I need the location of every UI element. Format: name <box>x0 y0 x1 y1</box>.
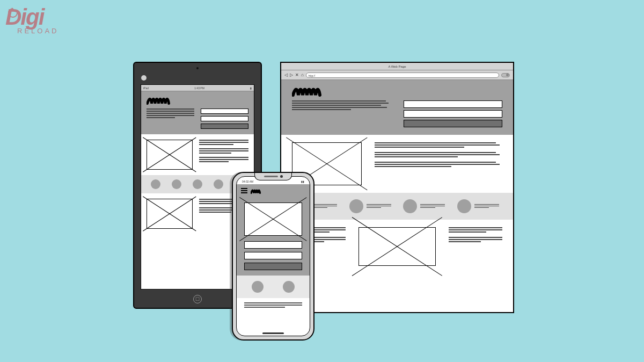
signal-icon: ▮▮ <box>301 180 304 183</box>
avatar-icon <box>252 281 264 293</box>
media-section <box>141 134 254 175</box>
svg-point-0 <box>141 75 147 81</box>
forward-icon[interactable]: ▷ <box>290 73 293 77</box>
avatar-icon <box>151 179 160 189</box>
brand-logo: Digi RELOAD <box>5 4 58 35</box>
avatar-icon <box>193 179 202 189</box>
avatar-icon <box>283 281 295 293</box>
phone-screen: 04:02 AM ▮▮ <box>236 176 310 336</box>
app-topbar <box>237 184 310 198</box>
avatar-item <box>403 199 445 213</box>
image-placeholder <box>147 199 193 229</box>
text-field[interactable] <box>201 108 248 114</box>
image-placeholder <box>244 202 302 236</box>
avatar-strip <box>237 276 310 298</box>
brand-subtitle: RELOAD <box>17 27 58 35</box>
home-button[interactable]: ☐ <box>193 295 202 303</box>
phone-lower-section <box>237 298 310 313</box>
text-field[interactable] <box>201 116 248 121</box>
text-field[interactable] <box>404 110 502 118</box>
avatar-item <box>193 179 202 189</box>
submit-button[interactable] <box>244 263 302 270</box>
text-field[interactable] <box>244 252 302 259</box>
battery-icon: ▮ <box>250 86 252 90</box>
hero-form <box>404 100 502 127</box>
home-indicator[interactable] <box>262 332 284 334</box>
avatar-icon <box>403 199 417 213</box>
avatar-item <box>172 179 181 189</box>
image-placeholder <box>358 227 436 266</box>
avatar-strip <box>281 193 513 220</box>
close-icon[interactable]: ✕ <box>295 73 299 77</box>
toggle-switch[interactable] <box>501 73 510 77</box>
body-text-placeholder <box>199 140 248 170</box>
avatar-item <box>457 199 499 213</box>
browser-window-mockup: A Web Page ◁ ▷ ✕ ⌂ http:// <box>280 62 514 313</box>
avatar-icon <box>172 179 181 189</box>
reload-icon <box>6 6 19 19</box>
logo-scribble-icon <box>147 96 248 105</box>
logo-scribble-icon <box>292 85 502 97</box>
clock-label: 1:43 PM <box>194 86 204 90</box>
url-input[interactable]: http:// <box>306 73 499 78</box>
avatar-icon <box>349 199 363 213</box>
phone-notch <box>254 173 292 180</box>
back-icon[interactable]: ◁ <box>284 73 288 77</box>
avatar-item <box>151 179 160 189</box>
media-section <box>281 135 513 193</box>
phone-hero <box>237 198 310 276</box>
submit-button[interactable] <box>404 120 502 127</box>
logo-scribble-icon <box>251 187 269 195</box>
tablet-statusbar: iPad 1:43 PM ▮ <box>141 85 254 91</box>
home-icon[interactable]: ⌂ <box>301 73 304 77</box>
hero-section <box>281 80 513 135</box>
submit-button[interactable] <box>201 124 248 129</box>
hero-section <box>141 91 254 134</box>
avatar-item <box>349 199 391 213</box>
hero-text-placeholder <box>147 108 194 129</box>
hero-text-placeholder <box>292 100 391 127</box>
image-placeholder <box>147 140 193 170</box>
clock-label: 04:02 AM <box>242 180 253 183</box>
avatar-item <box>214 179 223 189</box>
text-field[interactable] <box>244 241 302 249</box>
footer-section <box>281 220 513 273</box>
text-field[interactable] <box>404 100 502 108</box>
hamburger-icon[interactable] <box>241 188 247 194</box>
avatar-icon <box>457 199 471 213</box>
avatar-icon <box>214 179 223 189</box>
android-icon <box>141 75 147 81</box>
camera-icon <box>280 175 283 178</box>
phone-mockup: 04:02 AM ▮▮ <box>232 172 314 341</box>
browser-toolbar: ◁ ▷ ✕ ⌂ http:// <box>281 70 513 80</box>
browser-titlebar: A Web Page <box>281 63 513 70</box>
hero-form <box>201 108 248 129</box>
footer-text-placeholder <box>449 227 502 266</box>
body-text-placeholder <box>375 142 502 185</box>
carrier-label: iPad <box>143 86 149 90</box>
browser-viewport <box>281 80 513 312</box>
camera-icon <box>196 67 199 69</box>
speaker-icon <box>264 176 278 177</box>
